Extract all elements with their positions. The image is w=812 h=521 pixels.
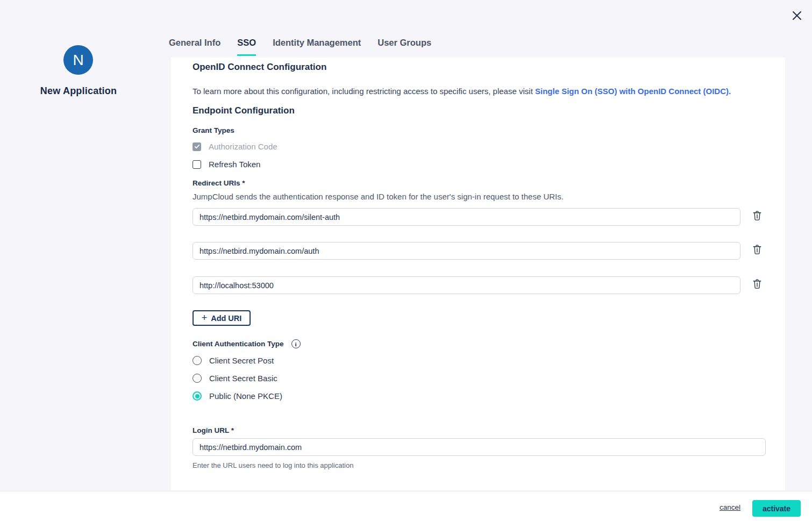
check-icon <box>194 144 200 149</box>
tab-general-info[interactable]: General Info <box>169 38 220 56</box>
sso-config-panel: OpenID Connect Configuration To learn mo… <box>170 58 785 490</box>
client-auth-option-client-secret-basic[interactable]: Client Secret Basic <box>193 374 277 383</box>
grant-type-authorization-code: Authorization Code <box>193 142 277 151</box>
grant-type-refresh-token: Refresh Token <box>193 160 260 169</box>
intro-text-body: To learn more about this configuration, … <box>193 87 535 96</box>
authorization-code-label: Authorization Code <box>209 142 277 151</box>
trash-icon <box>752 279 762 289</box>
cancel-link[interactable]: cancel <box>720 503 740 511</box>
client-auth-type-label: Client Authentication Type <box>193 340 284 348</box>
tab-identity-management[interactable]: Identity Management <box>273 38 361 56</box>
client-auth-type-row: Client Authentication Type i <box>193 339 301 348</box>
app-name: New Application <box>0 85 157 97</box>
tab-sso[interactable]: SSO <box>237 38 256 56</box>
login-url-helper: Enter the URL users need to log into thi… <box>193 461 353 469</box>
delete-uri-1-button[interactable] <box>752 210 762 221</box>
grant-types-label: Grant Types <box>193 126 234 134</box>
refresh-token-checkbox[interactable] <box>193 160 201 169</box>
panel-title: OpenID Connect Configuration <box>193 62 326 73</box>
oidc-docs-link[interactable]: Single Sign On (SSO) with OpenID Connect… <box>535 87 731 96</box>
intro-text: To learn more about this configuration, … <box>193 87 752 96</box>
plus-icon: + <box>202 313 208 323</box>
app-avatar: N <box>63 45 93 75</box>
refresh-token-label: Refresh Token <box>209 160 260 169</box>
delete-uri-2-button[interactable] <box>752 244 762 255</box>
tab-bar: General Info SSO Identity Management Use… <box>169 38 431 56</box>
endpoint-configuration-title: Endpoint Configuration <box>193 105 295 116</box>
client-secret-post-label: Client Secret Post <box>209 356 274 365</box>
redirect-uri-input-2[interactable] <box>193 242 740 260</box>
info-icon[interactable]: i <box>291 339 301 348</box>
close-x-glyph <box>791 10 803 22</box>
redirect-uri-input-3[interactable] <box>193 276 740 294</box>
client-auth-option-client-secret-post[interactable]: Client Secret Post <box>193 356 274 365</box>
redirect-uris-label: Redirect URIs * <box>193 179 245 187</box>
client-secret-post-radio[interactable] <box>193 356 202 365</box>
login-url-label: Login URL * <box>193 426 234 434</box>
client-secret-basic-radio[interactable] <box>193 374 202 383</box>
authorization-code-checkbox[interactable] <box>193 142 201 151</box>
delete-uri-3-button[interactable] <box>752 279 762 289</box>
close-icon[interactable] <box>789 8 804 23</box>
login-url-input[interactable] <box>193 438 766 456</box>
client-secret-basic-label: Client Secret Basic <box>209 374 277 383</box>
public-pkce-radio[interactable] <box>193 391 202 401</box>
add-uri-button[interactable]: + Add URI <box>193 310 251 326</box>
redirect-uris-description: JumpCloud sends the authentication respo… <box>193 192 564 201</box>
redirect-uri-input-1[interactable] <box>193 208 740 226</box>
add-uri-button-label: Add URI <box>211 314 241 323</box>
public-pkce-label: Public (None PKCE) <box>209 391 282 401</box>
footer-bar: cancel activate <box>0 491 812 521</box>
activate-button[interactable]: activate <box>752 500 801 517</box>
app-avatar-initial: N <box>73 52 83 69</box>
trash-icon <box>752 210 762 221</box>
client-auth-option-public-pkce[interactable]: Public (None PKCE) <box>193 391 282 401</box>
tab-user-groups[interactable]: User Groups <box>377 38 431 56</box>
trash-icon <box>752 244 762 255</box>
